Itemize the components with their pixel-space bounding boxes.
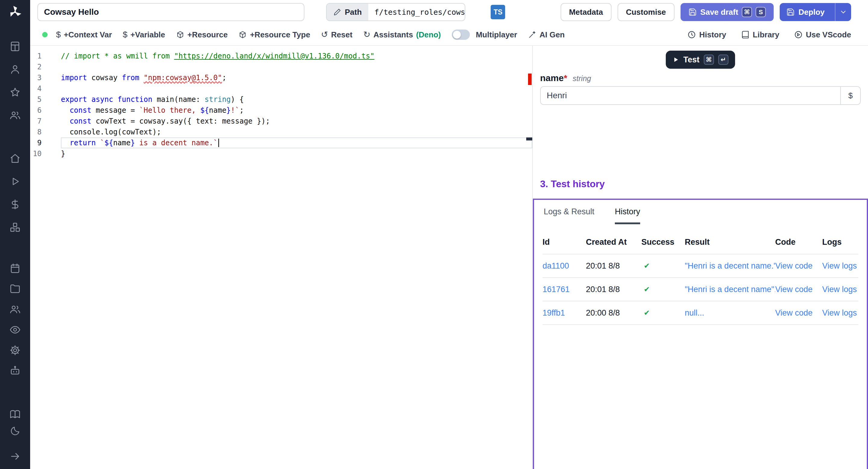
add-context-var-button[interactable]: $ +Context Var	[56, 30, 112, 39]
cell-success: ✔	[641, 309, 685, 317]
cell-code[interactable]: View code	[775, 308, 822, 318]
package-icon	[176, 30, 184, 39]
sidebar-item-favorites[interactable]	[0, 81, 30, 104]
tab-logs-result[interactable]: Logs & Result	[544, 207, 594, 224]
cell-result[interactable]: "Henri is a decent name"...	[685, 285, 775, 294]
script-name-input[interactable]	[37, 3, 304, 21]
code-token: export	[61, 95, 87, 104]
kbd-enter: ↵	[718, 55, 728, 65]
code-token	[96, 139, 100, 147]
sidebar-item-resources[interactable]	[0, 216, 30, 239]
cell-code[interactable]: View code	[775, 285, 822, 294]
library-label: Library	[753, 30, 779, 39]
cell-logs[interactable]: View logs	[822, 308, 858, 318]
line-number: 8	[30, 127, 41, 137]
dark-mode-toggle[interactable]	[0, 423, 30, 439]
code-token: `	[100, 139, 104, 147]
test-button[interactable]: Test ⌘ ↵	[666, 51, 735, 69]
customise-button[interactable]: Customise	[618, 3, 675, 21]
topbar: Path f/testing_roles/cowsa TS Metadata C…	[30, 0, 868, 24]
code-line[interactable]: }	[61, 148, 532, 159]
save-draft-button[interactable]: Save draft ⌘ S	[681, 3, 774, 21]
sidebar-item-apps[interactable]	[0, 35, 30, 58]
table-row: 19ffb120:00 8/8✔null...View codeView log…	[542, 302, 858, 325]
code-line[interactable]: export async function main(name: string)…	[61, 94, 532, 105]
table-row: 16176120:01 8/8✔"Henri is a decent name"…	[542, 278, 858, 302]
sidebar-item-runs[interactable]	[0, 170, 30, 193]
toggle-knob	[453, 31, 461, 39]
deploy-dropdown-button[interactable]	[835, 3, 851, 21]
add-resource-type-button[interactable]: +Resource Type	[239, 30, 310, 39]
add-resource-type-label: +Resource Type	[250, 30, 310, 39]
code-line[interactable]: // import * as wmill from "https://deno.…	[61, 51, 532, 61]
sidebar-item-settings[interactable]	[0, 340, 30, 361]
code-token: main(name:	[152, 95, 204, 104]
code-line[interactable]: const cowText = cowsay.say({ text: messa…	[61, 116, 532, 127]
play-icon	[673, 56, 679, 63]
code-line[interactable]: import cowsay from "npm:cowsay@1.5.0";	[61, 72, 532, 83]
sidebar-item-workers[interactable]	[0, 361, 30, 381]
sidebar-expand-button[interactable]	[0, 446, 30, 467]
sidebar-item-folders[interactable]	[0, 279, 30, 299]
sidebar-item-schedules[interactable]	[0, 258, 30, 279]
path-value[interactable]: f/testing_roles/cowsa	[368, 4, 465, 21]
history-label: History	[699, 30, 726, 39]
sidebar-item-docs[interactable]	[0, 406, 30, 423]
arg-value-input[interactable]	[541, 87, 840, 104]
ai-gen-button[interactable]: AI Gen	[528, 30, 565, 39]
code-token	[113, 95, 117, 104]
code-line[interactable]	[61, 83, 532, 94]
deploy-button[interactable]: Deploy	[780, 3, 851, 21]
cell-id[interactable]: 19ffb1	[542, 308, 586, 318]
line-number: 6	[30, 105, 41, 116]
sidebar-item-groups[interactable]	[0, 299, 30, 319]
users-icon	[9, 110, 21, 121]
arrow-right-icon	[9, 450, 21, 462]
windmill-logo[interactable]	[0, 0, 30, 24]
cell-result[interactable]: null...	[685, 308, 775, 318]
sidebar-item-variables[interactable]	[0, 193, 30, 216]
tab-history[interactable]: History	[615, 207, 640, 224]
pencil-icon	[333, 8, 341, 16]
sidebar-item-user[interactable]	[0, 58, 30, 81]
use-vscode-button[interactable]: Use VScode	[794, 30, 851, 39]
code-token	[61, 106, 70, 115]
assistants-button[interactable]: ↻ Assistants (Deno)	[363, 30, 441, 39]
code-line[interactable]	[61, 61, 532, 72]
cell-id[interactable]: da1100	[542, 261, 586, 271]
sidebar-item-audit-logs[interactable]	[0, 319, 30, 340]
code-line[interactable]: console.log(cowText);	[61, 127, 532, 137]
column-header: Result	[685, 238, 775, 247]
insert-variable-button[interactable]: $	[840, 87, 860, 104]
code-line[interactable]: const message = `Hello there, ${name}!`;	[61, 105, 532, 116]
code-line[interactable]: return `${name} is a decent name.`	[61, 137, 532, 148]
user-group-icon	[9, 304, 21, 315]
history-button[interactable]: History	[687, 30, 726, 39]
grid-icon	[9, 41, 21, 52]
code-token: async	[91, 95, 113, 104]
cell-result[interactable]: "Henri is a decent name."...	[685, 261, 775, 271]
code-token: return	[70, 139, 96, 147]
reset-button[interactable]: ↺ Reset	[321, 30, 352, 39]
sidebar-item-home[interactable]	[0, 147, 30, 170]
cell-logs[interactable]: View logs	[822, 261, 858, 271]
deploy-label: Deploy	[798, 7, 825, 17]
code-editor[interactable]: 12345678910 // import * as wmill from "h…	[30, 46, 533, 469]
code-token: name	[113, 139, 130, 147]
path-group[interactable]: Path f/testing_roles/cowsa	[326, 3, 465, 21]
cell-id[interactable]: 161761	[542, 285, 586, 294]
cell-code[interactable]: View code	[775, 261, 822, 271]
cell-logs[interactable]: View logs	[822, 285, 858, 294]
multiplayer-toggle[interactable]	[452, 30, 470, 40]
metadata-button[interactable]: Metadata	[561, 3, 612, 21]
topbar-actions: Metadata Customise Save draft ⌘ S Deploy	[561, 3, 851, 21]
library-button[interactable]: Library	[741, 30, 779, 39]
code-token: ) {	[231, 95, 244, 104]
history-tabs: Logs & ResultHistory	[534, 200, 867, 224]
deploy-main[interactable]: Deploy	[780, 3, 831, 21]
add-resource-button[interactable]: +Resource	[176, 30, 228, 39]
sidebar-item-members[interactable]	[0, 104, 30, 127]
add-variable-button[interactable]: $ +Variable	[123, 30, 165, 39]
cell-success: ✔	[641, 285, 685, 293]
path-edit-button[interactable]: Path	[327, 4, 368, 21]
